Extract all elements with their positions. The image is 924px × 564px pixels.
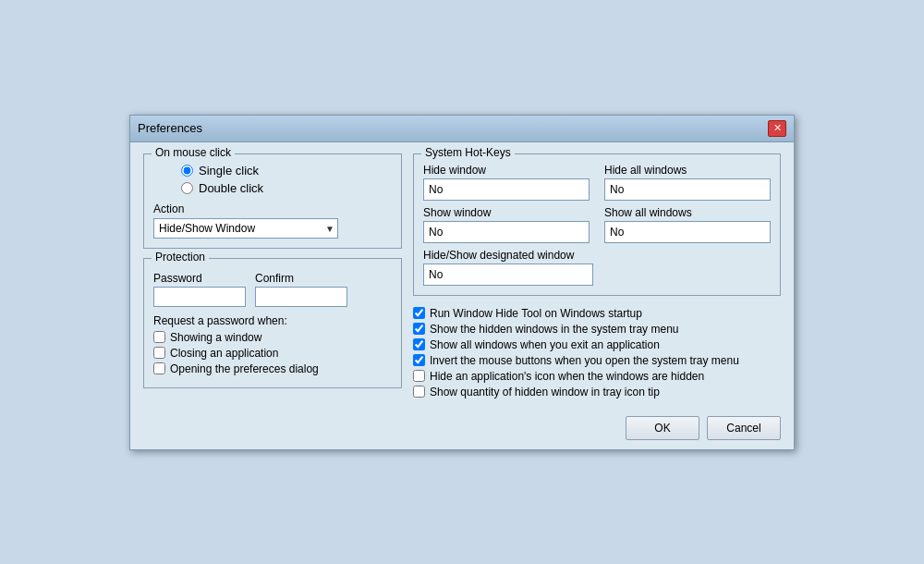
preferences-dialog: Preferences ✕ On mouse click Single clic… [129, 115, 795, 450]
double-click-row: Double click [181, 181, 263, 195]
confirm-input[interactable] [255, 287, 347, 307]
opt-invert-mouse-row: Invert the mouse buttons when you open t… [413, 354, 781, 367]
close-button[interactable]: ✕ [768, 120, 786, 137]
on-mouse-click-group: On mouse click Single click Double click… [143, 153, 402, 249]
show-window-cb-row: Showing a window [153, 331, 392, 344]
single-click-label: Single click [199, 164, 259, 178]
left-column: On mouse click Single click Double click… [143, 153, 402, 401]
opt-show-hidden-label: Show the hidden windows in the system tr… [430, 323, 678, 336]
opt-show-all-exit-label: Show all windows when you exit an applic… [430, 338, 660, 351]
show-window-label: Show window [423, 206, 590, 219]
opt-show-quantity-checkbox[interactable] [413, 386, 425, 398]
opt-show-quantity-row: Show quantity of hidden window in tray i… [413, 386, 781, 398]
opt-run-startup-checkbox[interactable] [413, 307, 425, 319]
password-field-group: Password [153, 272, 246, 307]
protection-legend: Protection [152, 251, 209, 264]
closing-app-checkbox[interactable] [153, 347, 165, 359]
confirm-label: Confirm [255, 272, 347, 285]
hotkeys-grid: Hide window Hide all windows Show window… [423, 164, 771, 286]
single-click-row: Single click [181, 164, 259, 178]
hotkey-hide-window: Hide window [423, 164, 590, 201]
dialog-body: On mouse click Single click Double click… [130, 142, 794, 411]
hide-window-input[interactable] [423, 178, 590, 201]
showing-window-label: Showing a window [170, 331, 261, 344]
opt-show-all-exit-row: Show all windows when you exit an applic… [413, 338, 781, 351]
password-label: Password [153, 272, 246, 285]
confirm-field-group: Confirm [255, 272, 347, 307]
single-click-radio[interactable] [181, 165, 193, 177]
opt-show-hidden-checkbox[interactable] [413, 323, 425, 335]
window-title: Preferences [138, 121, 202, 135]
showing-window-checkbox[interactable] [153, 331, 165, 343]
hotkey-hide-all: Hide all windows [604, 164, 771, 201]
hotkey-show-window: Show window [423, 206, 590, 243]
double-click-label: Double click [199, 181, 263, 195]
opt-show-all-exit-checkbox[interactable] [413, 338, 425, 350]
cancel-button[interactable]: Cancel [707, 416, 781, 440]
password-input[interactable] [153, 287, 246, 307]
action-label: Action [153, 202, 392, 215]
hotkeys-group: System Hot-Keys Hide window Hide all win… [413, 153, 781, 296]
opt-show-quantity-label: Show quantity of hidden window in tray i… [430, 386, 660, 398]
closing-app-cb-row: Closing an application [153, 347, 392, 360]
right-column: System Hot-Keys Hide window Hide all win… [413, 153, 781, 401]
opt-hide-icon-checkbox[interactable] [413, 370, 425, 382]
opt-invert-mouse-label: Invert the mouse buttons when you open t… [430, 354, 739, 367]
opening-prefs-label: Opening the prefereces dialog [170, 362, 319, 375]
title-bar: Preferences ✕ [130, 116, 794, 142]
hide-all-label: Hide all windows [604, 164, 771, 177]
opt-run-startup-row: Run Window Hide Tool on Windows startup [413, 307, 781, 320]
hotkey-show-all: Show all windows [604, 206, 771, 243]
password-row: Password Confirm [153, 272, 392, 307]
ok-button[interactable]: OK [626, 416, 699, 440]
action-dropdown[interactable]: Hide/Show Window Show Window Hide Window [153, 218, 338, 239]
opt-run-startup-label: Run Window Hide Tool on Windows startup [430, 307, 642, 320]
options-list: Run Window Hide Tool on Windows startup … [413, 307, 781, 401]
protection-content: Password Confirm Request a password when… [153, 264, 392, 375]
double-click-radio[interactable] [181, 182, 193, 194]
hide-all-input[interactable] [604, 178, 771, 201]
hide-show-designated-input[interactable] [423, 264, 593, 286]
opening-prefs-checkbox[interactable] [153, 362, 165, 374]
opt-invert-mouse-checkbox[interactable] [413, 354, 425, 366]
show-all-input[interactable] [604, 221, 771, 243]
dialog-footer: OK Cancel [130, 411, 794, 449]
on-mouse-click-legend: On mouse click [152, 146, 235, 159]
opt-hide-icon-row: Hide an application's icon when the wind… [413, 370, 781, 383]
opt-hide-icon-label: Hide an application's icon when the wind… [430, 370, 704, 383]
closing-app-label: Closing an application [170, 347, 278, 360]
opening-prefs-cb-row: Opening the prefereces dialog [153, 362, 392, 375]
show-all-label: Show all windows [604, 206, 771, 219]
hide-show-designated-label: Hide/Show designated window [423, 249, 771, 262]
hide-window-label: Hide window [423, 164, 590, 177]
hotkey-hide-show-designated: Hide/Show designated window [423, 249, 771, 286]
action-row: Action Hide/Show Window Show Window Hide… [153, 202, 392, 239]
action-dropdown-wrapper: Hide/Show Window Show Window Hide Window… [153, 218, 338, 239]
click-type-radio-group: Single click Double click [153, 160, 392, 195]
opt-show-hidden-row: Show the hidden windows in the system tr… [413, 323, 781, 336]
hotkeys-legend: System Hot-Keys [421, 146, 515, 159]
request-label: Request a password when: [153, 314, 392, 327]
show-window-input[interactable] [423, 221, 590, 243]
protection-group: Protection Password Confirm Request a pa… [143, 258, 402, 388]
